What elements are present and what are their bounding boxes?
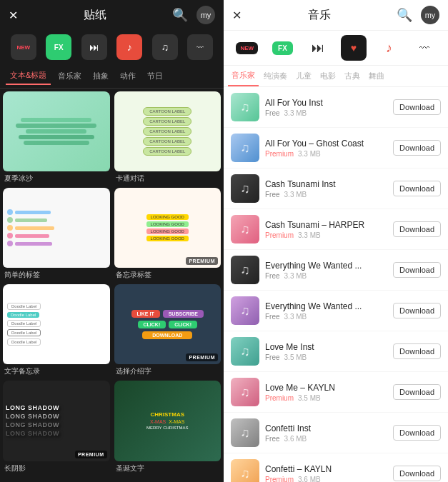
sticker-label-looking: 备忘录标签 (114, 270, 221, 280)
right-tool-wave[interactable]: 〰 (412, 35, 437, 61)
left-tool-new[interactable]: NEW (11, 34, 36, 60)
list-item[interactable]: LIKE IT SUBSCRIBE CLICK! CLICK! DOWNLOAD… (114, 284, 221, 376)
music-info: Confetti InstFree3.6 MB (265, 423, 387, 443)
music-title: All For You – Ghost Coast (265, 139, 387, 149)
left-nav-festival[interactable]: 节日 (143, 68, 167, 84)
music-info: All For You InstFree3.3 MB (265, 98, 387, 117)
list-item[interactable]: LOOKING GOOD LOOKING GOOD LOOKING GOOD L… (114, 188, 221, 280)
sticker-thumb-doodle: Doodle Label Doodle Label Doodle Label D… (3, 284, 110, 364)
right-skip-icon: ⏭ (312, 41, 324, 56)
music-title: Everything We Wanted ... (265, 261, 387, 271)
music-title: All For You Inst (265, 98, 387, 108)
left-nav-action[interactable]: 动作 (116, 68, 140, 84)
music-thumbnail: ♫ (231, 378, 259, 406)
music-title: Everything We Wanted ... (265, 301, 387, 311)
music-tag: Free (265, 272, 280, 280)
music-info: Everything We Wanted ...Free3.3 MB (265, 301, 387, 321)
download-button[interactable]: Download (393, 262, 441, 278)
music-meta: Premium3.6 MB (265, 476, 387, 483)
music-tag: Free (265, 353, 280, 361)
music-meta: Free3.6 MB (265, 435, 387, 443)
left-nav-abstract[interactable]: 抽象 (89, 68, 113, 84)
left-search-icon[interactable]: 🔍 (172, 7, 188, 23)
right-heart-icon: ♥ (351, 42, 357, 54)
right-profile-icon[interactable]: my (421, 6, 439, 24)
list-item[interactable]: Doodle Label Doodle Label Doodle Label D… (3, 284, 110, 376)
right-tool-new[interactable]: NEW (234, 35, 260, 61)
left-tool-note[interactable]: ♫ (152, 34, 178, 60)
list-item: ♫Love Me InstFree3.5 MBDownload (224, 331, 448, 372)
right-search-icon[interactable]: 🔍 (397, 7, 412, 23)
music-size: 3.6 MB (284, 435, 307, 443)
right-nav-pure[interactable]: 纯演奏 (260, 66, 291, 86)
skip-icon: ⏭ (89, 41, 99, 53)
list-item[interactable]: CARTOON LABEL CARTOON LABEL CARTOON LABE… (114, 91, 221, 184)
download-button[interactable]: Download (393, 303, 441, 318)
left-tool-music[interactable]: ♪ (116, 34, 142, 60)
wave-icon: 〰 (196, 44, 204, 51)
music-info: Cash Tsunami InstFree3.3 MB (265, 179, 387, 199)
list-item: ♫Confetti InstFree3.6 MBDownload (224, 413, 448, 453)
music-thumbnail: ♫ (231, 256, 259, 284)
music-note-icon: ♫ (240, 344, 250, 359)
list-item: ♫Everything We Wanted ...Free3.3 MBDownl… (224, 250, 448, 291)
music-tag: Premium (265, 394, 294, 402)
left-nav: 文本&标题 音乐家 抽象 动作 节日 (0, 64, 224, 89)
sticker-thumb-click: LIKE IT SUBSCRIBE CLICK! CLICK! DOWNLOAD… (114, 284, 221, 364)
right-tool-music[interactable]: ♪ (376, 35, 402, 61)
right-tool-heart[interactable]: ♥ (341, 35, 367, 61)
right-wave-icon: 〰 (419, 42, 429, 54)
download-button[interactable]: Download (393, 425, 441, 441)
music-tag: Premium (265, 150, 294, 158)
right-close-icon[interactable]: ✕ (232, 9, 242, 22)
list-item[interactable]: LONG SHADOW LONG SHADOW LONG SHADOW LONG… (3, 381, 110, 473)
music-meta: Free3.3 MB (265, 109, 387, 117)
music-title: Cash Tsunami – HARPER (265, 220, 387, 230)
sticker-thumb-shadow: LONG SHADOW LONG SHADOW LONG SHADOW LONG… (3, 381, 110, 461)
left-close-icon[interactable]: ✕ (9, 9, 18, 22)
download-button[interactable]: Download (393, 140, 441, 156)
left-title: 贴纸 (84, 8, 106, 23)
right-nav-dance[interactable]: 舞曲 (365, 66, 388, 86)
music-size: 3.3 MB (298, 231, 321, 239)
right-nav-musician[interactable]: 音乐家 (228, 66, 259, 86)
download-button[interactable]: Download (393, 384, 441, 400)
download-button[interactable]: Download (393, 181, 441, 196)
music-size: 3.3 MB (284, 272, 307, 280)
music-size: 3.5 MB (298, 394, 321, 402)
left-nav-text[interactable]: 文本&标题 (6, 67, 51, 85)
list-item: ♫Love Me – KAYLNPremium3.5 MBDownload (224, 372, 448, 413)
left-nav-musician[interactable]: 音乐家 (54, 68, 86, 84)
right-fx-label: FX (272, 41, 293, 55)
music-meta: Premium3.3 MB (265, 150, 387, 158)
sticker-label-shadow: 长阴影 (3, 463, 110, 473)
left-tool-skip[interactable]: ⏭ (81, 34, 107, 60)
premium-badge: PREMIUM (186, 353, 218, 361)
music-title: Confetti – KAYLN (265, 464, 387, 474)
download-button[interactable]: Download (393, 343, 441, 359)
right-nav-children[interactable]: 儿童 (292, 66, 315, 86)
left-tool-fx[interactable]: FX (46, 34, 71, 60)
music-thumbnail: ♫ (231, 418, 259, 447)
right-tool-skip[interactable]: ⏭ (305, 35, 331, 61)
download-button[interactable]: Download (393, 99, 441, 115)
list-item[interactable]: CHRISTMAS X-MAS X-MAS MERRY CHRISTMAS 圣诞… (114, 381, 221, 473)
music-thumbnail: ♫ (231, 93, 259, 121)
list-item: ♫All For You – Ghost CoastPremium3.3 MBD… (224, 128, 448, 169)
left-profile-icon[interactable]: my (196, 6, 215, 24)
music-size: 3.3 MB (298, 150, 321, 158)
right-new-badge: NEW (236, 42, 258, 54)
right-nav-classic[interactable]: 古典 (341, 66, 364, 86)
download-button[interactable]: Download (393, 221, 441, 237)
music-size: 3.3 MB (284, 191, 307, 199)
left-toolbar: NEW FX ⏭ ♪ ♫ 〰 (0, 30, 224, 64)
list-item[interactable]: 夏季冰沙 (3, 91, 110, 184)
sticker-thumb-xmas: CHRISTMAS X-MAS X-MAS MERRY CHRISTMAS (114, 381, 221, 461)
download-button[interactable]: Download (393, 466, 441, 481)
list-item[interactable]: 简单的标签 (3, 188, 110, 280)
right-nav-movie[interactable]: 电影 (317, 66, 339, 86)
left-tool-wave[interactable]: 〰 (187, 34, 213, 60)
music-size: 3.5 MB (284, 353, 307, 361)
right-tool-fx[interactable]: FX (269, 35, 295, 61)
music-meta: Premium3.3 MB (265, 231, 387, 239)
